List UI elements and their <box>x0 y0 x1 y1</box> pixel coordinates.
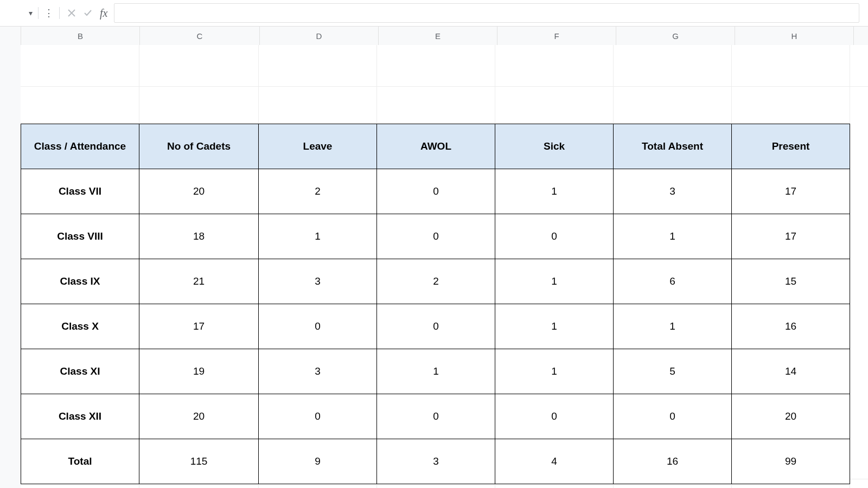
column-header[interactable]: G <box>616 27 735 45</box>
row-header-cell[interactable]: Class IX <box>21 259 139 304</box>
data-cell[interactable]: 20 <box>139 169 259 214</box>
data-cell[interactable]: 2 <box>377 259 495 304</box>
data-cell[interactable]: 0 <box>259 304 377 349</box>
row-header-cell[interactable]: Total <box>21 439 139 484</box>
table-header-cell[interactable]: Sick <box>495 124 614 169</box>
data-cell[interactable]: 0 <box>377 214 495 259</box>
table-header-cell[interactable]: Present <box>732 124 850 169</box>
table-header-cell[interactable]: Total Absent <box>614 124 732 169</box>
table-row[interactable]: Class IX21321615 <box>21 259 850 304</box>
data-cell[interactable]: 2 <box>259 169 377 214</box>
formula-actions <box>62 5 98 21</box>
accept-icon[interactable] <box>80 5 95 21</box>
spreadsheet-area: BCDEFGH Class / AttendanceNo of CadetsLe… <box>0 27 868 488</box>
separator <box>38 7 39 19</box>
data-cell[interactable]: 4 <box>495 439 614 484</box>
data-cell[interactable]: 6 <box>614 259 732 304</box>
name-box[interactable]: ▾ <box>2 4 36 22</box>
data-cell[interactable]: 0 <box>377 394 495 439</box>
data-cell[interactable]: 3 <box>259 349 377 394</box>
column-header[interactable]: C <box>140 27 260 45</box>
data-cell[interactable]: 17 <box>139 304 259 349</box>
data-cell[interactable]: 9 <box>259 439 377 484</box>
column-header[interactable]: D <box>260 27 379 45</box>
column-header[interactable]: F <box>497 27 616 45</box>
row-headers <box>0 45 21 488</box>
row-header-cell[interactable]: Class XI <box>21 349 139 394</box>
data-cell[interactable]: 16 <box>732 304 850 349</box>
table-header-cell[interactable]: No of Cadets <box>139 124 259 169</box>
data-cell[interactable]: 1 <box>614 214 732 259</box>
column-header[interactable]: B <box>21 27 140 45</box>
table-header-cell[interactable]: Class / Attendance <box>21 124 139 169</box>
table-header-cell[interactable]: AWOL <box>377 124 495 169</box>
data-cell[interactable]: 17 <box>732 169 850 214</box>
data-cell[interactable]: 3 <box>259 259 377 304</box>
kebab-menu-icon[interactable]: ⋮ <box>41 8 57 18</box>
cells-grid[interactable]: Class / AttendanceNo of CadetsLeaveAWOLS… <box>21 45 868 488</box>
data-cell[interactable]: 3 <box>377 439 495 484</box>
data-cell[interactable]: 20 <box>732 394 850 439</box>
data-cell[interactable]: 20 <box>139 394 259 439</box>
data-cell[interactable]: 1 <box>495 349 614 394</box>
data-cell[interactable]: 1 <box>495 169 614 214</box>
separator <box>59 7 60 19</box>
table-row[interactable]: Class XI19311514 <box>21 349 850 394</box>
data-cell[interactable]: 0 <box>377 304 495 349</box>
attendance-table[interactable]: Class / AttendanceNo of CadetsLeaveAWOLS… <box>21 124 850 484</box>
data-cell[interactable]: 1 <box>259 214 377 259</box>
data-cell[interactable]: 21 <box>139 259 259 304</box>
data-cell[interactable]: 18 <box>139 214 259 259</box>
data-cell[interactable]: 5 <box>614 349 732 394</box>
data-cell[interactable]: 0 <box>495 394 614 439</box>
data-cell[interactable]: 1 <box>495 304 614 349</box>
row-header-cell[interactable]: Class VIII <box>21 214 139 259</box>
data-cell[interactable]: 16 <box>614 439 732 484</box>
data-cell[interactable]: 0 <box>495 214 614 259</box>
column-header[interactable]: E <box>379 27 497 45</box>
row-header-cell[interactable]: Class XII <box>21 394 139 439</box>
row-header-cell[interactable]: Class X <box>21 304 139 349</box>
data-cell[interactable]: 17 <box>732 214 850 259</box>
table-row[interactable]: Total1159341699 <box>21 439 850 484</box>
formula-input[interactable] <box>114 3 859 23</box>
data-cell[interactable]: 99 <box>732 439 850 484</box>
column-header[interactable]: H <box>735 27 854 45</box>
data-cell[interactable]: 15 <box>732 259 850 304</box>
chevron-down-icon: ▾ <box>29 9 33 17</box>
data-cell[interactable]: 0 <box>377 169 495 214</box>
table-row[interactable]: Class X17001116 <box>21 304 850 349</box>
data-cell[interactable]: 0 <box>614 394 732 439</box>
table-row[interactable]: Class VII20201317 <box>21 169 850 214</box>
gridline-h <box>21 86 868 87</box>
data-cell[interactable]: 115 <box>139 439 259 484</box>
data-cell[interactable]: 19 <box>139 349 259 394</box>
fx-label: fx <box>98 7 112 20</box>
cancel-icon[interactable] <box>64 5 79 21</box>
data-cell[interactable]: 1 <box>495 259 614 304</box>
table-row[interactable]: Class VIII18100117 <box>21 214 850 259</box>
select-all-corner[interactable] <box>0 27 21 45</box>
column-headers: BCDEFGH <box>0 27 868 46</box>
formula-bar: ▾ ⋮ fx <box>0 0 868 27</box>
row-header-cell[interactable]: Class VII <box>21 169 139 214</box>
data-cell[interactable]: 0 <box>259 394 377 439</box>
data-cell[interactable]: 3 <box>614 169 732 214</box>
table-header-cell[interactable]: Leave <box>259 124 377 169</box>
data-cell[interactable]: 1 <box>377 349 495 394</box>
data-cell[interactable]: 1 <box>614 304 732 349</box>
data-cell[interactable]: 14 <box>732 349 850 394</box>
table-row[interactable]: Class XII20000020 <box>21 394 850 439</box>
